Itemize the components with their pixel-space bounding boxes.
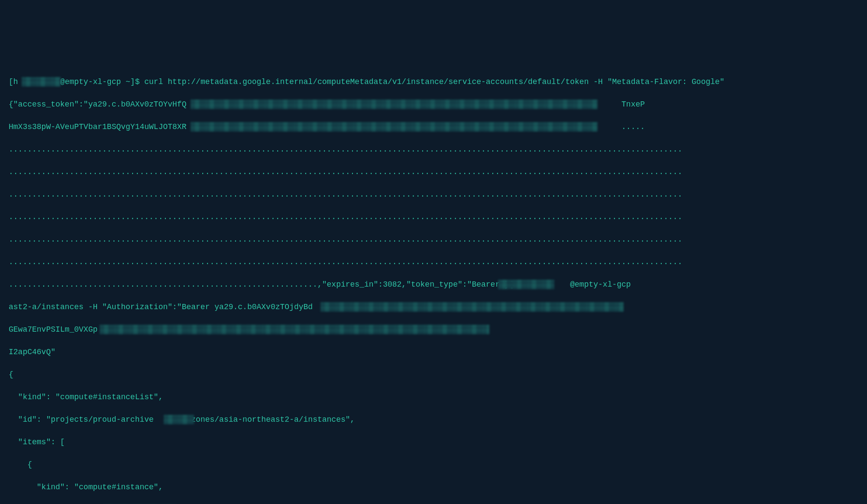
redacted-bearer-2	[100, 325, 489, 334]
prompt-user-bracket: [h	[9, 78, 18, 86]
cmd2-tail: ast2-a/instances -H "Authorization":"Bea…	[9, 303, 313, 311]
token-dots-line: ........................................…	[9, 189, 858, 200]
token-dots-line: ........................................…	[9, 166, 858, 178]
redacted-token-part-1	[191, 100, 598, 109]
json-line: "items": [	[9, 436, 858, 448]
redacted-bearer-1	[320, 302, 624, 312]
token-dots-line: ........................................…	[9, 144, 858, 155]
token-json-line-2: HmX3s38pW-AVeuPTVbar1BSQvgY14uWLJOT8XRxx…	[9, 121, 858, 132]
curl-command-1: curl http://metadata.google.internal/com…	[144, 78, 724, 86]
token-head-2: HmX3s38pW-AVeuPTVbar1BSQvgY14uWLJOT8XR	[9, 123, 186, 131]
shell-prompt-1: [hxxxxxxxxx@empty-xl-gcp ~]$ curl http:/…	[9, 76, 858, 87]
second-command-line-1: ast2-a/instances -H "Authorization":"Bea…	[9, 301, 858, 313]
json-line: "kind": "compute#instanceList",	[9, 391, 858, 403]
second-command-line-3: I2apC46vQ"	[9, 346, 858, 358]
prompt-host: @empty-xl-gcp ~]$	[60, 78, 144, 86]
cmd2-end: I2apC46vQ"	[9, 348, 55, 356]
second-host: @empty-xl-gcp	[570, 280, 631, 289]
token-dots-line: ........................................…	[9, 256, 858, 268]
terminal-output[interactable]: [hxxxxxxxxx@empty-xl-gcp ~]$ curl http:/…	[0, 56, 867, 504]
token-meta-line: ........................................…	[9, 279, 858, 290]
json-line-id: "id": "projects/proud-archivexxxxxxx/zon…	[9, 414, 858, 425]
token-json-line-1: {"access_token":"ya29.c.b0AXv0zTOYvHfQxx…	[9, 99, 858, 110]
redacted-token-part-2	[191, 122, 598, 132]
cmd2-head2: GEwa7EnvPSILm_0VXGp	[9, 325, 97, 334]
json-line: "kind": "compute#instance",	[9, 481, 858, 493]
token-dots-line: ........................................…	[9, 211, 858, 223]
dots-tail: .....	[621, 123, 645, 131]
token-dots-line: ........................................…	[9, 234, 858, 245]
second-command-line-2: GEwa7EnvPSILm_0VXGp	[9, 324, 858, 335]
json-line: {	[9, 369, 858, 380]
token-tail-1: TnxeP	[621, 100, 645, 109]
dots-partial: ........................................…	[9, 280, 317, 289]
token-meta: ,"expires_in":3082,"token_type":"Bearer"…	[317, 280, 514, 289]
json-line: {	[9, 459, 858, 470]
access-token-prefix: {"access_token":"ya29.c.b0AXv0zTOYvHfQ	[9, 100, 186, 109]
redacted-username-1	[22, 77, 61, 87]
